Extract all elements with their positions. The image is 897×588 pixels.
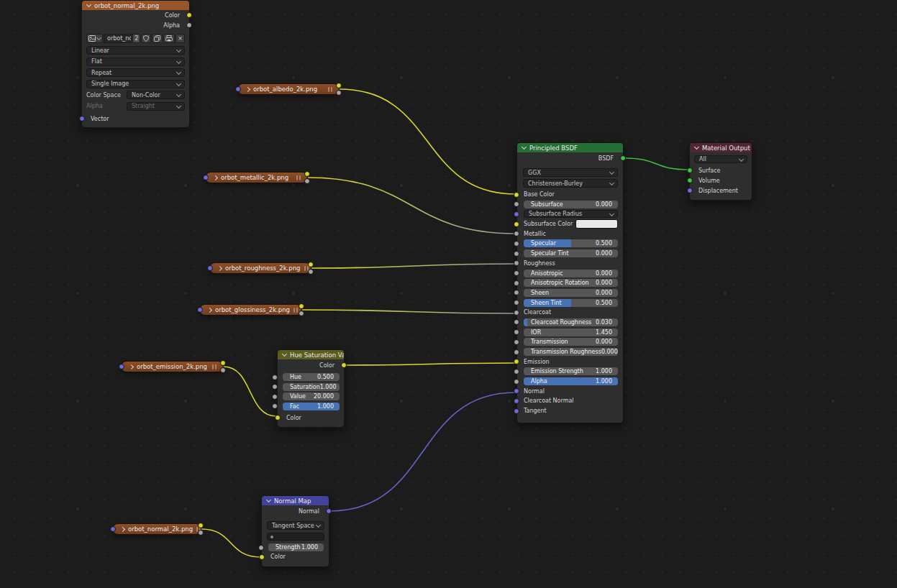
- clearcoat-normal-input-socket[interactable]: [514, 398, 519, 404]
- anisotropic-input-socket[interactable]: [514, 270, 519, 276]
- bsdf-transmission-roughness-slider[interactable]: Transmission Roughness0.000: [524, 348, 618, 356]
- alpha-mode-dropdown[interactable]: Straight: [127, 102, 185, 111]
- color-input-socket[interactable]: [275, 415, 281, 421]
- clearcoat-input-socket[interactable]: [514, 310, 519, 316]
- subsurface-radius-dropdown[interactable]: Subsurface Radius: [524, 210, 618, 218]
- color-input-socket[interactable]: [259, 554, 265, 560]
- bsdf-ior-slider[interactable]: IOR1.450: [524, 329, 618, 336]
- color-output-socket[interactable]: [336, 83, 342, 88]
- color-output-socket[interactable]: [198, 523, 204, 528]
- alpha-input-socket[interactable]: [514, 379, 519, 385]
- hsv-hue-slider[interactable]: Hue0.500: [283, 373, 340, 381]
- node-image-texture-emission[interactable]: orbot_emission_2k.png: [121, 361, 224, 372]
- specular-tint-input-socket[interactable]: [514, 251, 519, 257]
- transmission-roughness-input-socket[interactable]: [514, 349, 519, 355]
- collapse-chevron-icon[interactable]: [282, 352, 287, 357]
- volume-input-socket[interactable]: [687, 178, 693, 183]
- node-editor-canvas[interactable]: orbot_normal_2k.png Color Alpha orbot_no…: [0, 0, 897, 588]
- vector-input-socket[interactable]: [197, 307, 203, 313]
- alpha-output-socket[interactable]: [308, 269, 314, 275]
- alpha-output-socket[interactable]: [220, 367, 226, 373]
- hsv-saturation-slider[interactable]: Saturation1.000: [283, 383, 340, 391]
- distribution-dropdown[interactable]: GGX: [523, 168, 618, 177]
- bsdf-anisotropic-rotation-slider[interactable]: Anisotropic Rotation0.000: [524, 279, 618, 287]
- hsv-value-slider[interactable]: Value20.000: [283, 392, 340, 400]
- alpha-output-socket[interactable]: [198, 530, 204, 536]
- new-image-button[interactable]: [152, 34, 163, 43]
- normal-input-socket[interactable]: [514, 388, 519, 394]
- collapse-chevron-icon[interactable]: [86, 2, 91, 7]
- vector-input-socket[interactable]: [207, 265, 213, 271]
- bsdf-specular-slider[interactable]: Specular0.500: [524, 239, 618, 247]
- subsurface-color-input-socket[interactable]: [514, 221, 519, 227]
- source-dropdown[interactable]: Single Image: [86, 80, 185, 88]
- fake-user-shield-button[interactable]: [141, 34, 151, 43]
- node-image-texture-glossiness[interactable]: orbot_glossiness_2k.png: [199, 304, 302, 316]
- pack-image-button[interactable]: [163, 34, 175, 43]
- subsurface-color-swatch[interactable]: [575, 219, 618, 229]
- metallic-input-socket[interactable]: [514, 231, 519, 236]
- color-output-socket[interactable]: [299, 303, 304, 309]
- users-count-button[interactable]: 2: [132, 34, 140, 43]
- expand-chevron-icon[interactable]: [129, 364, 134, 369]
- expand-chevron-icon[interactable]: [213, 175, 218, 180]
- vector-input-socket[interactable]: [203, 175, 209, 180]
- bsdf-transmission-slider[interactable]: Transmission0.000: [524, 338, 618, 346]
- image-name-field[interactable]: orbot_normal...: [104, 34, 132, 43]
- node-normal-map[interactable]: Normal Map Normal Tangent Space Strength…: [261, 495, 329, 567]
- hsv-fac-slider[interactable]: Fac1.000: [283, 403, 340, 410]
- node-image-texture-roughness[interactable]: orbot_roughness_2k.png: [209, 262, 311, 274]
- strength-slider[interactable]: Strength 1.000: [268, 543, 324, 551]
- vector-input-socket[interactable]: [79, 116, 85, 121]
- node-image-texture-normal[interactable]: orbot_normal_2k.png: [112, 523, 201, 535]
- vector-input-socket[interactable]: [119, 364, 124, 369]
- subsurface-method-dropdown[interactable]: Christensen-Burley: [523, 179, 618, 188]
- node-header-principled-bsdf[interactable]: Principled BSDF: [517, 143, 623, 152]
- roughness-input-socket[interactable]: [514, 260, 519, 266]
- normal-output-socket[interactable]: [326, 508, 332, 514]
- node-image-texture-metallic[interactable]: orbot_metallic_2k.png: [205, 172, 308, 183]
- color-output-socket[interactable]: [341, 362, 347, 368]
- emission-input-socket[interactable]: [514, 359, 519, 364]
- space-dropdown[interactable]: Tangent Space: [267, 521, 324, 530]
- specular-input-socket[interactable]: [514, 241, 519, 247]
- collapse-chevron-icon[interactable]: [522, 144, 527, 150]
- value-input-socket[interactable]: [272, 394, 278, 400]
- bsdf-emission-strength-slider[interactable]: Emission Strength1.000: [524, 367, 618, 375]
- strength-input-socket[interactable]: [258, 545, 264, 551]
- node-principled-bsdf[interactable]: Principled BSDF BSDF GGX Christensen-Bur…: [516, 142, 624, 423]
- surface-input-socket[interactable]: [687, 167, 693, 173]
- alpha-output-socket[interactable]: [186, 22, 192, 28]
- subsurface-input-socket[interactable]: [514, 201, 519, 207]
- fac-input-socket[interactable]: [272, 403, 278, 409]
- node-header-material-output[interactable]: Material Output: [690, 143, 752, 152]
- target-dropdown[interactable]: All: [694, 155, 747, 163]
- node-material-output[interactable]: Material Output All SurfaceVolumeDisplac…: [689, 142, 752, 201]
- node-hue-saturation-value[interactable]: Hue Saturation Value Color Hue0.500Satur…: [277, 349, 345, 428]
- image-browse-button[interactable]: [86, 34, 103, 43]
- node-image-texture-albedo[interactable]: orbot_albedo_2k.png: [237, 83, 340, 95]
- tangent-input-socket[interactable]: [514, 408, 519, 414]
- collapse-chevron-icon[interactable]: [266, 497, 271, 502]
- expand-chevron-icon[interactable]: [207, 307, 212, 312]
- transmission-input-socket[interactable]: [514, 339, 519, 345]
- projection-dropdown[interactable]: Flat: [86, 58, 185, 66]
- vector-input-socket[interactable]: [110, 526, 116, 532]
- bsdf-output-socket[interactable]: [620, 155, 626, 161]
- bsdf-sheen-tint-slider[interactable]: Sheen Tint0.500: [524, 299, 618, 307]
- bsdf-subsurface-slider[interactable]: Subsurface0.000: [524, 201, 618, 208]
- collapse-chevron-icon[interactable]: [694, 144, 699, 150]
- expand-chevron-icon[interactable]: [245, 86, 250, 91]
- node-image-texture-expanded[interactable]: orbot_normal_2k.png Color Alpha orbot_no…: [81, 0, 190, 128]
- extension-dropdown[interactable]: Repeat: [86, 68, 185, 77]
- bsdf-alpha-slider[interactable]: Alpha1.000: [524, 377, 618, 385]
- saturation-input-socket[interactable]: [272, 384, 278, 390]
- bsdf-specular-tint-slider[interactable]: Specular Tint0.000: [524, 249, 618, 257]
- color-output-socket[interactable]: [304, 171, 310, 177]
- ior-input-socket[interactable]: [514, 329, 519, 335]
- subsurface-radius-input-socket[interactable]: [514, 211, 519, 217]
- node-header-normal-map[interactable]: Normal Map: [262, 496, 329, 505]
- color-output-socket[interactable]: [186, 12, 192, 18]
- bsdf-sheen-slider[interactable]: Sheen0.000: [524, 289, 618, 297]
- vector-input-socket[interactable]: [235, 86, 241, 92]
